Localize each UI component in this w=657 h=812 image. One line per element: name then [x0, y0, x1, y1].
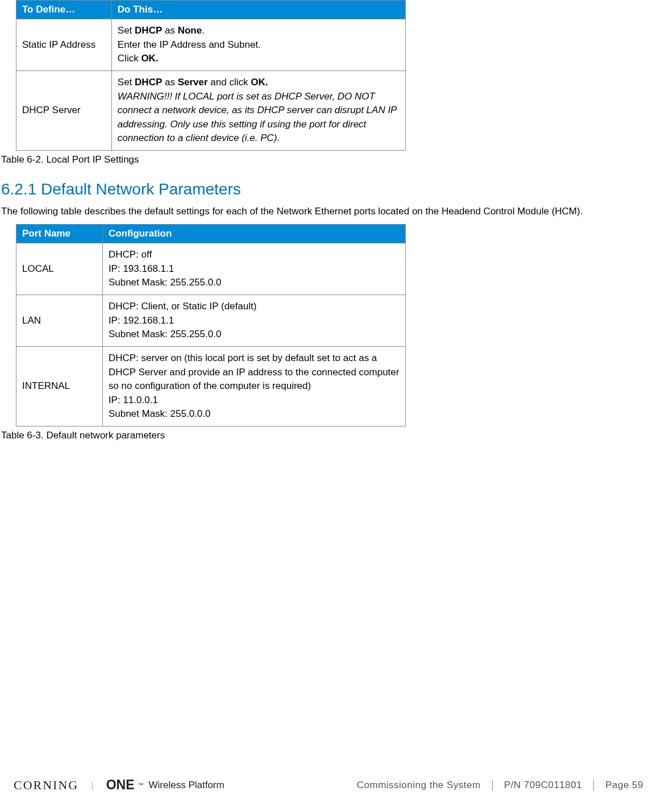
text: and click: [208, 77, 251, 88]
table-header: Do This…: [111, 1, 405, 19]
text: Subnet Mask: 255.255.0.0: [109, 277, 221, 288]
text: DHCP: off: [109, 249, 152, 260]
table-row: LOCAL DHCP: off IP: 193.168.1.1 Subnet M…: [16, 243, 406, 295]
footer-separator: |: [91, 780, 93, 791]
text: Enter the IP Address and Subnet.: [118, 39, 261, 50]
table-caption: Table 6-2. Local Port IP Settings: [1, 154, 657, 165]
footer-page-info: Commissioning the System P/N 709C011801 …: [357, 780, 643, 791]
default-network-parameters-table: Port Name Configuration LOCAL DHCP: off …: [16, 224, 406, 426]
text: Wireless Platform: [149, 780, 224, 791]
cell-configuration: DHCP: off IP: 193.168.1.1 Subnet Mask: 2…: [102, 243, 405, 295]
text: None: [178, 25, 202, 36]
text: OK.: [251, 77, 268, 88]
footer-brand-block: CORNING | ONE™ Wireless Platform: [14, 777, 224, 793]
cell-define: Static IP Address: [16, 19, 112, 71]
table-header: Configuration: [102, 225, 405, 243]
text: DHCP: [135, 77, 162, 88]
table-header-row: Port Name Configuration: [16, 225, 406, 243]
text: .: [202, 25, 205, 36]
cell-do-this: Set DHCP as Server and click OK. WARNING…: [111, 71, 405, 150]
text: IP: 193.168.1.1: [109, 263, 174, 274]
warning-text: WARNING!!! If LOCAL port is set as DHCP …: [118, 91, 397, 144]
text: ONE: [106, 777, 135, 793]
text: DHCP: Client, or Static IP (default): [109, 301, 256, 312]
text: IP: 11.0.0.1: [109, 395, 158, 405]
table-header: Port Name: [16, 225, 103, 243]
footer-part-number: P/N 709C011801: [504, 780, 582, 791]
text: Set: [118, 25, 135, 36]
cell-configuration: DHCP: server on (this local port is set …: [102, 346, 405, 426]
table-header-row: To Define… Do This…: [16, 1, 406, 19]
text: Subnet Mask: 255.0.0.0: [109, 408, 211, 419]
section-intro: The following table describes the defaul…: [1, 205, 655, 218]
cell-port-name: INTERNAL: [16, 346, 103, 426]
footer-divider: [492, 780, 493, 791]
table-header: To Define…: [16, 1, 112, 19]
text: Set: [118, 77, 135, 88]
table-row: Static IP Address Set DHCP as None. Ente…: [16, 19, 406, 71]
text: IP: 192.168.1.1: [109, 315, 174, 326]
footer-divider: [593, 780, 594, 791]
footer-page-number: Page 59: [605, 780, 643, 791]
text: as: [162, 25, 177, 36]
cell-configuration: DHCP: Client, or Static IP (default) IP:…: [102, 295, 405, 346]
footer-section-name: Commissioning the System: [357, 780, 481, 791]
local-port-ip-settings-table: To Define… Do This… Static IP Address Se…: [16, 0, 406, 151]
cell-port-name: LOCAL: [16, 243, 103, 295]
table-row: LAN DHCP: Client, or Static IP (default)…: [16, 295, 406, 346]
one-wireless-platform-logo: ONE™ Wireless Platform: [106, 777, 224, 793]
trademark-icon: ™: [138, 782, 144, 788]
text: OK.: [141, 53, 158, 64]
text: DHCP: [135, 25, 162, 36]
table-row: INTERNAL DHCP: server on (this local por…: [16, 346, 406, 426]
section-heading: 6.2.1 Default Network Parameters: [1, 180, 657, 198]
text: Subnet Mask: 255.255.0.0: [109, 329, 221, 339]
text: Click: [118, 53, 142, 64]
table-caption: Table 6-3. Default network parameters: [1, 430, 657, 441]
text: Server: [178, 77, 208, 88]
corning-logo: CORNING: [14, 778, 78, 793]
cell-port-name: LAN: [16, 295, 103, 346]
cell-do-this: Set DHCP as None. Enter the IP Address a…: [111, 19, 405, 71]
text: DHCP: server on (this local port is set …: [109, 353, 400, 391]
page-footer: CORNING | ONE™ Wireless Platform Commiss…: [0, 777, 657, 793]
text: as: [162, 77, 177, 88]
cell-define: DHCP Server: [16, 71, 112, 150]
table-row: DHCP Server Set DHCP as Server and click…: [16, 71, 406, 150]
